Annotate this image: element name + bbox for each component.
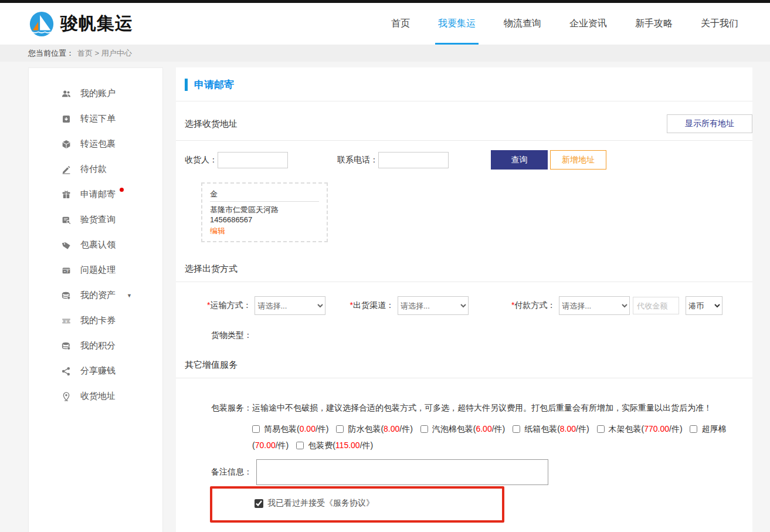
sidebar-item-apply-mail[interactable]: 申请邮寄 bbox=[29, 182, 162, 207]
packing-label: 包装服务： bbox=[211, 403, 252, 412]
add-address-button[interactable]: 新增地址 bbox=[550, 150, 606, 170]
nav-logistics-tracking[interactable]: 物流查询 bbox=[490, 3, 555, 45]
svg-text:?: ? bbox=[66, 269, 69, 273]
agreement-label[interactable]: 我已看过并接受《服务协议》 bbox=[267, 498, 374, 509]
sidebar-item-issue-handling[interactable]: ? 问题处理 bbox=[29, 257, 162, 283]
show-all-addresses-button[interactable]: 显示所有地址 bbox=[667, 114, 752, 133]
user-center-sidebar: 我的账户 转运下单 转运包裹 待付款 申请邮寄 验货查询 包裹认领 ? bbox=[28, 67, 163, 532]
sidebar-item-inspection-query[interactable]: 验货查询 bbox=[29, 207, 162, 232]
chevron-down-icon: ▼ bbox=[127, 293, 132, 299]
query-button[interactable]: 查询 bbox=[491, 150, 548, 170]
location-pin-icon bbox=[61, 391, 72, 402]
sidebar-item-my-account[interactable]: 我的账户 bbox=[29, 81, 162, 106]
sidebar-item-transfer-order[interactable]: 转运下单 bbox=[29, 106, 162, 131]
pen-icon bbox=[61, 164, 72, 175]
payment-label: 付款方式： bbox=[514, 300, 555, 310]
receiver-label: 收货人： bbox=[185, 155, 218, 165]
page-title: 申请邮寄 bbox=[194, 78, 234, 92]
parcel-gift-icon bbox=[61, 189, 72, 200]
sidebar-item-my-coupons[interactable]: ¥ 我的卡券 bbox=[29, 308, 162, 333]
currency-select[interactable]: 港币 bbox=[686, 296, 722, 315]
packaging-checkbox[interactable] bbox=[296, 442, 304, 449]
apply-mail-panel: 申请邮寄 选择收货地址 显示所有地址 收货人： 联系电话： 查询 新增地址 金 … bbox=[176, 67, 752, 532]
packaging-checkbox[interactable] bbox=[597, 425, 605, 433]
site-header: 骏帆集运 首页 我要集运 物流查询 企业资讯 新手攻略 关于我们 bbox=[0, 3, 770, 45]
payment-select[interactable]: 请选择... bbox=[559, 296, 630, 315]
sailboat-logo-icon bbox=[28, 11, 55, 38]
sidebar-item-shipping-address[interactable]: 收货地址 bbox=[29, 384, 162, 409]
packaging-checkbox[interactable] bbox=[420, 425, 428, 433]
packing-description: 运输途中不包破损，建议选择合适的包装方式，可多选，超特大件另议费用。打包后重量会… bbox=[252, 403, 712, 412]
sidebar-item-label: 分享赚钱 bbox=[80, 365, 116, 377]
remark-label: 备注信息： bbox=[211, 467, 252, 477]
document-search-icon bbox=[61, 215, 72, 225]
sidebar-item-label: 我的资产 bbox=[80, 290, 116, 301]
phone-input[interactable] bbox=[378, 152, 449, 168]
title-accent-bar bbox=[185, 79, 188, 91]
cargo-type-label: 货物类型： bbox=[211, 330, 752, 341]
sidebar-item-label: 申请邮寄 bbox=[80, 189, 116, 200]
breadcrumb-path[interactable]: 首页 > 用户中心 bbox=[77, 48, 132, 59]
packaging-option[interactable]: 汽泡棉包装(6.00/件) bbox=[420, 424, 505, 433]
sidebar-item-label: 我的卡券 bbox=[80, 315, 116, 326]
ticket-icon: ¥ bbox=[61, 316, 72, 326]
nav-beginner-guide[interactable]: 新手攻略 bbox=[621, 3, 687, 45]
packaging-checkbox[interactable] bbox=[252, 425, 260, 433]
packaging-checkbox[interactable] bbox=[336, 425, 344, 433]
packaging-options: 简易包装(0.00/件) 防水包装(8.00/件) 汽泡棉包装(6.00/件) … bbox=[252, 421, 745, 453]
share-icon bbox=[61, 366, 72, 377]
channel-label: 出货渠道： bbox=[353, 300, 394, 310]
packaging-option[interactable]: 防水包装(8.00/件) bbox=[336, 424, 412, 433]
address-section-head: 选择收货地址 显示所有地址 bbox=[176, 114, 752, 141]
package-cube-icon bbox=[61, 139, 72, 150]
sidebar-item-my-assets[interactable]: 我的资产 ▼ bbox=[29, 283, 162, 308]
question-box-icon: ? bbox=[61, 265, 72, 276]
channel-select[interactable]: 请选择... bbox=[398, 296, 469, 315]
sidebar-item-label: 我的账户 bbox=[80, 88, 116, 99]
packaging-option[interactable]: 包装费(115.00/件) bbox=[296, 440, 373, 450]
nav-home[interactable]: 首页 bbox=[377, 3, 424, 45]
packaging-checkbox[interactable] bbox=[513, 425, 520, 433]
points-coins-icon bbox=[61, 341, 72, 351]
sidebar-item-parcel-claim[interactable]: 包裹认领 bbox=[29, 232, 162, 257]
sidebar-item-share-earn[interactable]: 分享赚钱 bbox=[29, 358, 162, 384]
address-edit-link[interactable]: 编辑 bbox=[210, 226, 225, 236]
packaging-option[interactable]: 简易包装(0.00/件) bbox=[252, 424, 328, 433]
nav-about-us[interactable]: 关于我们 bbox=[687, 3, 752, 45]
sidebar-item-pending-payment[interactable]: 待付款 bbox=[29, 157, 162, 182]
agreement-checkbox[interactable] bbox=[255, 499, 263, 508]
sidebar-item-label: 包裹认领 bbox=[80, 239, 116, 250]
page-title-row: 申请邮寄 bbox=[185, 78, 752, 92]
packaging-option[interactable]: 木架包装(770.00/件) bbox=[597, 424, 683, 433]
sidebar-item-label: 我的积分 bbox=[80, 340, 116, 351]
shipping-section-head: 选择出货方式 bbox=[176, 263, 752, 282]
breadcrumb-prefix: 您当前位置： bbox=[28, 48, 74, 59]
sidebar-item-label: 待付款 bbox=[80, 164, 107, 175]
divider bbox=[176, 101, 752, 101]
tag-icon bbox=[61, 240, 72, 250]
address-card[interactable]: 金 基隆市仁愛區天河路 1456686567 编辑 bbox=[201, 182, 328, 242]
address-section-title: 选择收货地址 bbox=[185, 118, 238, 130]
sidebar-item-transfer-parcel[interactable]: 转运包裹 bbox=[29, 131, 162, 157]
services-section-head: 其它增值服务 bbox=[176, 360, 752, 378]
order-box-icon bbox=[61, 114, 72, 124]
address-name: 金 bbox=[210, 189, 319, 202]
cod-amount-input[interactable] bbox=[633, 297, 679, 314]
coins-icon bbox=[61, 290, 72, 301]
address-detail: 基隆市仁愛區天河路 1456686567 bbox=[210, 205, 319, 224]
user-icon bbox=[61, 89, 72, 99]
sidebar-item-my-points[interactable]: 我的积分 bbox=[29, 333, 162, 358]
brand-logo[interactable]: 骏帆集运 bbox=[28, 3, 133, 45]
sidebar-item-label: 问题处理 bbox=[80, 265, 116, 276]
nav-company-news[interactable]: 企业资讯 bbox=[555, 3, 621, 45]
remark-textarea[interactable] bbox=[256, 459, 548, 485]
sidebar-item-label: 转运下单 bbox=[80, 113, 116, 124]
nav-consolidation[interactable]: 我要集运 bbox=[424, 3, 490, 45]
transport-select[interactable]: 请选择... bbox=[255, 296, 325, 315]
packaging-checkbox[interactable] bbox=[690, 425, 697, 433]
shipping-section-title: 选择出货方式 bbox=[185, 263, 238, 275]
sidebar-item-label: 转运包裹 bbox=[80, 138, 116, 150]
breadcrumb: 您当前位置： 首页 > 用户中心 bbox=[0, 45, 770, 62]
packaging-option[interactable]: 纸箱包装(8.00/件) bbox=[513, 424, 589, 433]
receiver-input[interactable] bbox=[218, 152, 288, 168]
